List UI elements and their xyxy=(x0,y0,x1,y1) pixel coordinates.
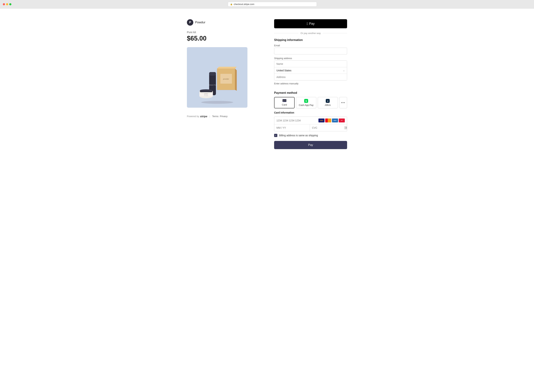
svg-rect-20 xyxy=(282,100,286,101)
product-price: $65.00 xyxy=(187,35,260,42)
or-pay-divider: Or pay another way xyxy=(274,32,347,34)
card-tab-label: Card xyxy=(282,103,287,106)
visa-logo: VISA xyxy=(319,118,324,122)
card-cvc-row xyxy=(310,124,347,131)
country-row[interactable]: United States ⌄ xyxy=(274,67,347,74)
svg-marker-5 xyxy=(217,67,237,69)
payment-tab-card[interactable]: Card xyxy=(274,97,295,108)
right-panel:  Pay Or pay another way Shipping inform… xyxy=(274,19,347,149)
email-group: Email xyxy=(274,44,347,54)
address-name-row xyxy=(274,61,347,67)
stripe-logo: stripe xyxy=(200,115,207,118)
payment-tab-affirm[interactable]: a Affirm xyxy=(318,97,338,108)
affirm-tab-label: Affirm xyxy=(325,104,331,106)
svg-marker-4 xyxy=(235,69,237,91)
apple-pay-label: Pay xyxy=(309,22,314,26)
card-expiry-input[interactable] xyxy=(274,124,310,131)
product-name: Pure kit xyxy=(187,31,260,34)
left-footer: Powered by stripe | Terms Privacy xyxy=(187,115,260,118)
svg-rect-9 xyxy=(209,72,216,76)
card-logos: VISA AMEX UP xyxy=(319,118,345,122)
chevron-down-icon: ⌄ xyxy=(343,69,345,72)
affirm-icon: a xyxy=(326,99,330,103)
page-wrapper: P Powdur Pure kit $65.00 xyxy=(0,9,534,392)
apple-pay-button[interactable]:  Pay xyxy=(274,19,347,28)
url-text: checkout.stripe.com xyxy=(234,3,254,5)
cash-app-icon: $ xyxy=(304,99,308,103)
cash-app-tab-label: Cash App Pay xyxy=(299,104,314,106)
svg-point-16 xyxy=(200,89,212,91)
powered-by: Powered by stripe xyxy=(187,115,207,118)
name-input[interactable] xyxy=(274,61,347,67)
browser-dots xyxy=(3,3,11,5)
svg-point-0 xyxy=(201,101,233,104)
billing-checkbox-row: ✓ Billing address is same as shipping xyxy=(274,134,347,137)
svg-text:powdur: powdur xyxy=(223,78,229,80)
card-number-row: VISA AMEX UP xyxy=(274,117,347,124)
card-cvc-input[interactable] xyxy=(312,126,343,129)
svg-text:Pure glow: Pure glow xyxy=(204,95,208,96)
payment-tab-cash-app[interactable]: $ Cash App Pay xyxy=(296,97,316,108)
checkout-container: P Powdur Pure kit $65.00 xyxy=(187,19,347,386)
billing-label: Billing address is same as shipping xyxy=(279,134,318,137)
powered-by-text: Powered by xyxy=(187,115,199,118)
brand-name: Powdur xyxy=(195,21,206,24)
shipping-section-heading: Shipping information xyxy=(274,38,347,42)
url-bar[interactable]: 🔒 checkout.stripe.com xyxy=(228,2,317,7)
product-image: powdur Enhance Pure xyxy=(187,47,247,108)
browser-dot-close xyxy=(3,3,5,5)
brand-logo-letter: P xyxy=(189,21,191,24)
more-icon: ••• xyxy=(341,101,345,104)
address-block: United States ⌄ xyxy=(274,61,347,80)
amex-logo: AMEX xyxy=(332,118,338,122)
terms-link[interactable]: Terms xyxy=(212,115,218,118)
unionpay-logo: UP xyxy=(339,118,345,122)
card-info-heading: Card information xyxy=(274,111,347,114)
shipping-address-label: Shipping address xyxy=(274,57,347,60)
address-input[interactable] xyxy=(274,74,347,80)
address-street-row xyxy=(274,74,347,80)
card-number-input[interactable] xyxy=(276,119,317,122)
card-tab-icon xyxy=(282,99,286,103)
privacy-link[interactable]: Privacy xyxy=(220,115,227,118)
apple-icon:  xyxy=(307,22,308,26)
divider-text: Or pay another way xyxy=(300,32,321,34)
lock-icon: 🔒 xyxy=(230,3,233,5)
divider-line-left xyxy=(274,33,298,33)
card-expiry-cvc-row xyxy=(274,124,347,131)
card-info-block: VISA AMEX UP xyxy=(274,117,347,131)
payment-section-heading: Payment method xyxy=(274,91,347,94)
billing-checkbox[interactable]: ✓ xyxy=(274,134,277,137)
shipping-address-group: Shipping address United States ⌄ Enter a… xyxy=(274,57,347,89)
browser-dot-minimize xyxy=(6,3,8,5)
browser-dot-maximize xyxy=(9,3,11,5)
svg-text:powdur: powdur xyxy=(204,93,208,95)
left-panel: P Powdur Pure kit $65.00 xyxy=(187,19,260,118)
country-display: United States xyxy=(276,69,343,72)
payment-tabs: Card $ Cash App Pay a Affirm ••• xyxy=(274,97,347,108)
brand-header: P Powdur xyxy=(187,19,260,26)
pay-button[interactable]: Pay xyxy=(274,141,347,149)
email-input[interactable] xyxy=(274,48,347,54)
cvc-chip-icon xyxy=(344,126,347,129)
svg-text:Enhance Pure: Enhance Pure xyxy=(209,84,216,86)
product-illustration: powdur Enhance Pure xyxy=(187,47,247,108)
browser-chrome: 🔒 checkout.stripe.com xyxy=(0,0,534,9)
email-label: Email xyxy=(274,44,347,47)
mastercard-logo xyxy=(325,118,331,122)
enter-manually-link[interactable]: Enter address manually xyxy=(274,82,299,85)
svg-rect-21 xyxy=(283,101,284,101)
brand-logo: P xyxy=(187,19,193,26)
footer-divider: | xyxy=(210,115,210,118)
divider-line-right xyxy=(323,33,347,33)
payment-tab-more[interactable]: ••• xyxy=(339,97,347,108)
